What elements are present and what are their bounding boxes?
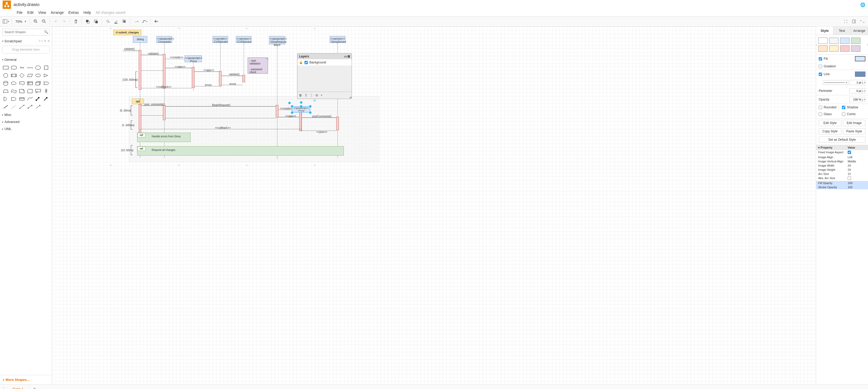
opacity-input[interactable] [849,97,862,102]
swatch-orange[interactable] [818,46,828,52]
shape-ellipse[interactable] [35,64,42,71]
layer-export-icon[interactable]: ↥ [305,93,307,97]
line-style-select[interactable]: ▾ [823,80,848,85]
shape-rect[interactable] [2,64,9,71]
edit-image-button[interactable]: Edit Image [843,120,866,126]
advanced-header[interactable]: ▸Advanced [0,118,52,125]
ref-handle-errors[interactable]: ref Handle errors from Gimq [137,133,190,142]
layer-add-icon[interactable]: + [320,93,322,97]
layer-visible-checkbox[interactable] [305,61,308,64]
line-width-input[interactable] [849,80,862,85]
opt-label[interactable]: opt [132,99,144,104]
shape-diamond[interactable] [18,72,25,79]
page-tab-1[interactable]: Page-1 [7,385,29,389]
shape-heading[interactable]: Heading [26,64,33,71]
lifeline-proxy1[interactable]: <<javascript>> :Proxy [185,55,202,62]
layer-delete-icon[interactable]: 🗑 [299,93,302,97]
property-checkbox[interactable] [848,176,851,180]
zoom-select[interactable]: 70%▾ [14,20,28,24]
shape-datastore[interactable] [18,95,25,102]
property-row[interactable]: Fill Opacity100 [816,181,868,185]
shape-arrow2[interactable] [35,103,42,110]
lifeline-servlet[interactable]: <<servlet>> :CVSServlet [212,36,228,43]
validation-note[interactable]: - user validation - password check [248,57,268,74]
swatch-yellow[interactable] [829,46,839,52]
scratchpad-dropzone[interactable]: Drag elements here [2,46,50,54]
lifeline-batch[interactable]: <<javascript>> :GimqRequest Batch [269,36,285,45]
shape-curve[interactable] [26,95,33,102]
property-row[interactable]: Image AlignLeft [816,155,868,159]
paste-style-button[interactable]: Paste Style [843,128,866,135]
view-toggle-button[interactable]: ▾ [2,18,9,25]
perimeter-stepper[interactable]: ▲▼ [862,88,865,93]
shape-and[interactable] [10,95,17,102]
shadow-checkbox[interactable] [842,106,845,109]
shape-biarrow2[interactable] [26,103,33,110]
shadow-button[interactable] [121,18,128,25]
lifeline-gimq[interactable]: <<service>> :GimqService [330,36,345,43]
menu-help[interactable]: Help [84,10,91,15]
language-icon[interactable]: 🌐 [860,2,865,7]
lifeline-cvsservice[interactable]: <<service>> :CVSService [236,36,251,43]
shape-process[interactable] [10,72,17,79]
search-icon[interactable]: 🔍 [44,30,48,34]
menu-view[interactable]: View [38,10,46,15]
shape-actor[interactable] [43,88,50,94]
connection-button[interactable]: →▾ [132,18,140,25]
edit-style-button[interactable]: Edit Style [819,120,841,126]
shape-step[interactable] [43,80,50,87]
fill-color[interactable] [855,56,865,61]
shape-cylinder[interactable] [2,80,9,87]
perimeter-input[interactable] [849,88,862,93]
scratchpad-help-icon[interactable]: ? [38,39,40,43]
tab-style[interactable]: Style [816,27,833,35]
property-row[interactable]: Fixed Image Aspect [816,150,868,155]
document-title[interactable]: activity.drawio [13,2,39,7]
fill-checkbox[interactable] [819,57,822,61]
zoom-in-button[interactable] [32,18,39,25]
comic-checkbox[interactable] [842,113,845,116]
scratchpad-add-icon[interactable]: + [41,39,43,43]
shape-circle[interactable] [2,72,9,79]
page-add-button[interactable]: + [29,384,40,389]
canvas[interactable]: – – – – rt submit_changes opt :dialog <<… [52,27,816,384]
swatch-red[interactable] [840,46,849,52]
swatch-blue[interactable] [840,37,849,44]
layers-minimize-icon[interactable]: ▭ [344,55,347,58]
general-header[interactable]: ▾General [0,56,52,63]
shape-biarrow[interactable] [35,95,42,102]
zoom-out-button[interactable] [40,18,48,25]
scratchpad-close-icon[interactable]: ✕ [48,39,50,43]
gradient-checkbox[interactable] [819,65,822,68]
delete-button[interactable] [72,18,80,25]
shape-hexagon[interactable] [35,72,42,79]
shape-line[interactable] [2,103,9,110]
diagram-title[interactable]: rt submit_changes [114,30,141,35]
more-shapes-button[interactable]: +More Shapes... [0,375,52,384]
shape-halfc[interactable] [2,95,9,102]
shape-internal[interactable] [26,80,33,87]
set-default-button[interactable]: Set as Default Style [819,137,865,143]
lifeline-comments[interactable]: <<javascript>> :Comments [156,36,172,43]
to-back-button[interactable] [92,18,100,25]
lock-icon[interactable]: 🔓 [299,61,303,64]
layer-duplicate-icon[interactable]: ⧉ [316,93,318,97]
layer-background[interactable]: 🔓 Background [298,59,352,65]
format-panel-button[interactable] [850,18,858,25]
line-color-button[interactable] [112,18,120,25]
shape-triangle[interactable] [43,72,50,79]
swatch-white[interactable] [818,37,828,44]
shape-roundrect[interactable] [10,64,17,71]
shape-dashline[interactable] [10,103,17,110]
shape-tape[interactable] [10,88,17,94]
redo-button[interactable]: ↷ [60,18,68,25]
rounded-checkbox[interactable] [819,106,822,109]
fill-color-button[interactable] [104,18,111,25]
lifeline-dialog[interactable]: :dialog [133,36,147,43]
shape-arrow[interactable] [43,95,50,102]
menu-extras[interactable]: Extras [68,10,79,15]
scratchpad-header[interactable]: ▾Scratchpad ?+✎✕ [0,37,52,45]
resize-handle[interactable]: ◢ [349,95,351,99]
shape-cube[interactable] [35,80,42,87]
layers-close-icon[interactable]: ⊠ [347,55,350,58]
